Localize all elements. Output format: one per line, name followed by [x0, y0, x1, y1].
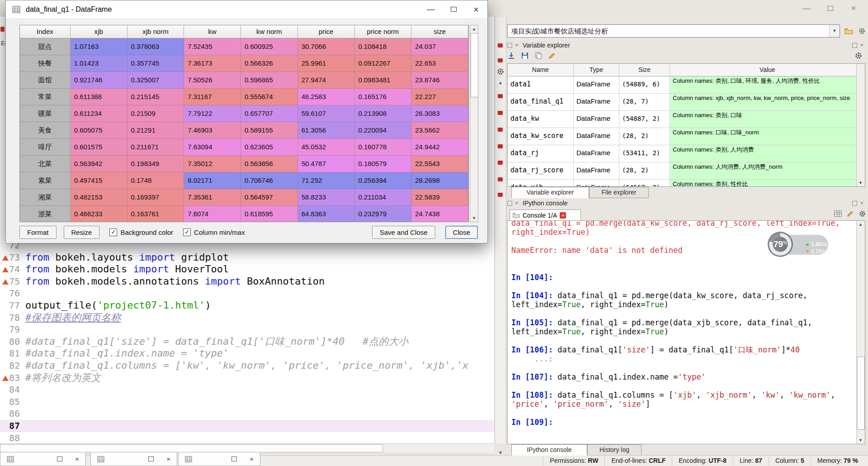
variable-row[interactable]: data_rj_scoreDataFrame(28, 2)Column name…	[508, 162, 865, 180]
dataframe-cell[interactable]: 1.01423	[71, 55, 127, 72]
dataframe-cell[interactable]: 0.596865	[241, 72, 298, 89]
column-header-name[interactable]: Name	[508, 64, 574, 76]
minimized-dataframe-window[interactable]: ×	[90, 452, 177, 466]
dataframe-scrollbar[interactable]: ▲ ▼	[470, 25, 478, 222]
dataframe-cell[interactable]: 71.252	[298, 172, 355, 189]
dialog-minimize-button[interactable]: —	[420, 0, 442, 19]
column-minmax-checkbox[interactable]: ✓	[183, 228, 191, 236]
row-index-cell[interactable]: 常菜	[20, 89, 71, 105]
console-tab[interactable]: Console 1/A ×	[509, 209, 581, 221]
close-icon[interactable]: ×	[860, 43, 863, 48]
dataframe-cell[interactable]: 8.02171	[184, 172, 241, 189]
dataframe-cell[interactable]: 24.037	[411, 38, 468, 55]
row-index-cell[interactable]: 北菜	[20, 156, 71, 172]
close-icon[interactable]: ×	[250, 455, 254, 463]
editor-line[interactable]: 85	[0, 396, 494, 408]
editor-line[interactable]: 74from bokeh.models import HoverTool	[0, 263, 494, 276]
dataframe-cell[interactable]: 1.07163	[71, 38, 127, 55]
dataframe-cell[interactable]: 0.21509	[127, 105, 184, 122]
scroll-up-icon[interactable]: ▲	[857, 221, 864, 228]
dataframe-cell[interactable]: 22.5839	[411, 189, 468, 206]
dataframe-cell[interactable]: 0.618595	[241, 206, 298, 222]
dataframe-cell[interactable]: 0.1748	[127, 172, 184, 189]
dataframe-cell[interactable]: 0.466233	[71, 206, 127, 222]
edit-button[interactable]	[846, 210, 854, 219]
scroll-down-icon[interactable]: ▼	[470, 214, 478, 222]
dataframe-cell[interactable]: 7.46903	[184, 122, 241, 139]
maximize-icon[interactable]	[57, 456, 62, 461]
dataframe-cell[interactable]: 7.35012	[184, 156, 241, 172]
dataframe-cell[interactable]: 61.3056	[298, 122, 355, 139]
save-data-button[interactable]	[521, 52, 529, 62]
dataframe-cell[interactable]: 0.589155	[241, 122, 298, 139]
row-index-cell[interactable]: 面馆	[20, 72, 71, 89]
column-header-xjb-norm[interactable]: xjb norm	[127, 25, 184, 38]
dataframe-cell[interactable]: 0.611388	[71, 89, 127, 105]
dataframe-cell[interactable]: 0.623605	[241, 139, 298, 156]
dataframe-cell[interactable]: 0.601575	[71, 139, 127, 156]
dataframe-cell[interactable]: 0.232979	[355, 206, 412, 222]
dataframe-cell[interactable]: 0.921746	[71, 72, 127, 89]
editor-hscroll-thumb[interactable]	[0, 444, 383, 452]
variable-row[interactable]: data_kw_scoreDataFrame(28, 2)Column name…	[508, 128, 865, 145]
close-icon[interactable]: ×	[515, 43, 519, 48]
dataframe-cell[interactable]: 0.657707	[241, 105, 298, 122]
chevron-down-icon[interactable]: ▼	[829, 25, 840, 37]
gear-icon[interactable]	[496, 67, 505, 77]
dataframe-cell[interactable]: 0.482153	[71, 189, 127, 206]
save-and-close-button[interactable]: Save and Close	[372, 226, 435, 239]
undock-icon[interactable]	[852, 201, 857, 206]
minimized-dataframe-window[interactable]: ×	[0, 452, 86, 466]
column-header-size[interactable]: Size	[619, 64, 670, 76]
row-index-cell[interactable]: 甜点	[20, 38, 71, 55]
column-header-price[interactable]: price	[298, 25, 355, 38]
console-options-button[interactable]	[859, 210, 866, 219]
editor-line[interactable]: 78#保存图表的网页名称	[0, 312, 494, 324]
editor-line[interactable]: 81#data_final_q1.index.name = 'type'	[0, 347, 494, 360]
dialog-maximize-button[interactable]	[442, 0, 465, 19]
dataframe-cell[interactable]: 0.198349	[127, 156, 184, 172]
variable-explorer-scrollbar[interactable]: ▼	[856, 64, 865, 186]
editor-line[interactable]: 86	[0, 408, 494, 420]
row-index-cell[interactable]: 啡厅	[20, 139, 71, 156]
editor-horizontal-scrollbar[interactable]	[0, 443, 494, 452]
undock-icon[interactable]	[852, 43, 857, 48]
scroll-down-icon[interactable]: ▼	[495, 450, 506, 455]
editor-line[interactable]: 83#将列名改为英文	[0, 372, 494, 384]
console-scroll-thumb[interactable]	[857, 357, 865, 430]
dataframe-cell[interactable]: 7.6074	[184, 206, 241, 222]
editor-line[interactable]: 80#data_final_q1['size'] = data_final_q1…	[0, 336, 494, 348]
dataframe-cell[interactable]: 0.0983481	[355, 72, 412, 89]
undock-icon[interactable]	[507, 43, 512, 48]
variable-row[interactable]: data_rjDataFrame(53411, 2)Column names: …	[508, 145, 865, 162]
variable-row[interactable]: data_kwDataFrame(54887, 2)Column names: …	[508, 111, 865, 128]
variable-explorer-options-button[interactable]	[854, 52, 863, 62]
scroll-down-icon[interactable]: ▼	[857, 179, 864, 186]
dataframe-cell[interactable]: 22.653	[411, 55, 468, 72]
dataframe-cell[interactable]: 24.9442	[411, 139, 468, 156]
dataframe-cell[interactable]: 0.160778	[355, 139, 412, 156]
dataframe-cell[interactable]: 0.256394	[355, 172, 412, 189]
dataframe-cell[interactable]: 0.211671	[127, 139, 184, 156]
scroll-up-icon[interactable]: ▲	[495, 80, 506, 85]
undock-icon[interactable]	[507, 201, 512, 206]
dataframe-cell[interactable]: 46.2583	[298, 89, 355, 105]
editor-line[interactable]: 79	[0, 323, 494, 336]
maximize-icon[interactable]	[148, 456, 154, 461]
close-icon[interactable]: ×	[75, 455, 79, 463]
dataframe-cell[interactable]: 0.0912267	[355, 55, 412, 72]
import-data-button[interactable]	[507, 52, 515, 62]
dataframe-cell[interactable]: 7.63094	[184, 139, 241, 156]
dataframe-cell[interactable]: 7.79122	[184, 105, 241, 122]
row-index-cell[interactable]: 湘菜	[20, 189, 71, 206]
dataframe-cell[interactable]: 0.357745	[127, 55, 184, 72]
background-color-checkbox[interactable]: ✓	[109, 228, 117, 236]
dataframe-cell[interactable]: 22.5543	[411, 156, 468, 172]
close-icon[interactable]: ×	[515, 200, 519, 206]
dataframe-cell[interactable]: 0.21291	[127, 122, 184, 139]
editor-line[interactable]: 76	[0, 287, 494, 300]
column-header-size[interactable]: size	[411, 25, 468, 38]
close-button[interactable]: Close	[445, 226, 478, 239]
dataframe-cell[interactable]: 7.36173	[184, 55, 241, 72]
dataframe-cell[interactable]: 50.4787	[298, 156, 355, 172]
